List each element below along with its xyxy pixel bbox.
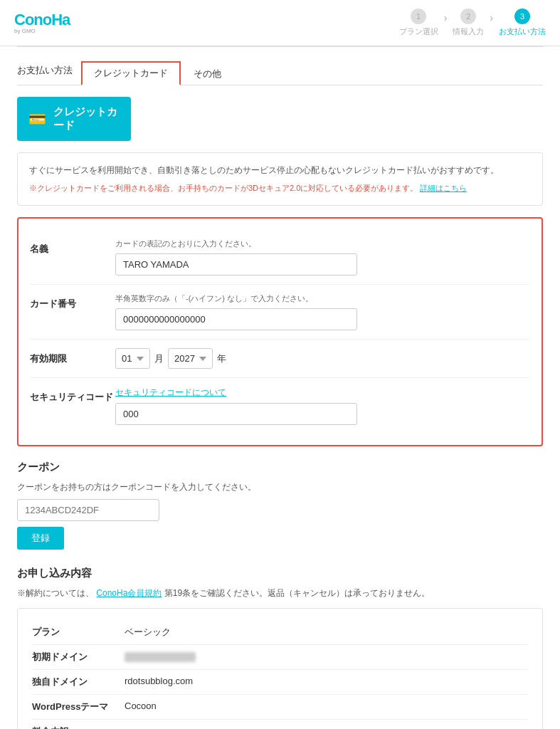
security-code-input[interactable]: [115, 403, 357, 425]
order-initial-domain-row: 初期ドメイン: [32, 645, 528, 670]
order-plan-key: プラン: [32, 626, 125, 639]
order-plan-val: ベーシック: [125, 626, 528, 639]
expiry-label: 有効期限: [30, 348, 115, 365]
coupon-hint: クーポンをお持ちの方はクーポンコードを入力してください。: [17, 481, 543, 493]
order-note: ※解約については、 ConoHa会員規約 第19条をご確認ください。返品（キャン…: [17, 587, 543, 599]
cc-header-label: クレジットカード: [53, 105, 120, 132]
security-code-link[interactable]: セキュリティコードについて: [115, 387, 530, 399]
order-wp-theme-key: WordPressテーマ: [32, 701, 125, 713]
name-field: カードの表記のとおりに入力ください。: [115, 238, 530, 276]
order-price-detail-val: サーバー料金 10,260 円（12ヶ月分） 料金タイプ WINGパック 利用期…: [125, 725, 528, 729]
order-wp-theme-val: Cocoon: [125, 701, 528, 711]
step-3-label: お支払い方法: [499, 26, 546, 37]
step-2-num: 2: [460, 9, 476, 24]
server-fee-label: サーバー料金: [125, 725, 210, 729]
conoha-terms-link[interactable]: ConoHa会員規約: [96, 588, 162, 598]
step-2-label: 情報入力: [453, 26, 484, 37]
cc-header: 💳 クレジットカード: [17, 97, 131, 141]
order-custom-domain-val: rdotsubblog.com: [125, 676, 528, 686]
card-number-field: 半角英数字のみ（「-(ハイフン) なし」で入力ください。: [115, 293, 530, 330]
step-arrow-1: ›: [444, 12, 448, 33]
order-wp-theme-row: WordPressテーマ Cocoon: [32, 695, 528, 720]
step-1-label: プラン選択: [399, 26, 438, 37]
expiry-month-sep: 月: [154, 352, 164, 365]
order-section: お申し込み内容 ※解約については、 ConoHa会員規約 第19条をご確認くださ…: [17, 567, 543, 729]
expiry-month-select[interactable]: 01020304 05060708 09101112: [115, 348, 150, 369]
payment-label: お支払い方法: [17, 64, 73, 83]
step-1-num: 1: [411, 9, 426, 24]
server-fee-val: 10,260 円（12ヶ月分）: [218, 725, 315, 729]
step-arrow-2: ›: [490, 12, 493, 33]
credit-card-form: 名義 カードの表記のとおりに入力ください。 カード番号 半角英数字のみ（「-(ハ…: [17, 217, 543, 446]
warning-text: ※クレジットカードをご利用される場合、お手持ちのカードが3Dセキュア2.0に対応…: [29, 182, 531, 195]
coupon-input[interactable]: [17, 499, 159, 521]
step-1: 1 プラン選択: [399, 9, 438, 37]
warning-link[interactable]: 詳細はこちら: [420, 184, 467, 192]
credit-card-icon: 💳: [28, 110, 46, 127]
main-content: お支払い方法 クレジットカード その他 💳 クレジットカード すぐにサービスを利…: [0, 47, 560, 729]
coupon-register-button[interactable]: 登録: [17, 527, 64, 550]
info-box: すぐにサービスを利用開始でき、自動引き落としのためサービス停止の心配もないクレジ…: [17, 152, 543, 206]
card-number-hint: 半角英数字のみ（「-(ハイフン) なし」で入力ください。: [115, 293, 530, 304]
card-number-label: カード番号: [30, 293, 115, 310]
order-box: プラン ベーシック 初期ドメイン 独自ドメイン rdotsubblog.com: [17, 608, 543, 729]
card-number-input[interactable]: [115, 308, 357, 330]
logo-gmo: by GMO: [14, 28, 70, 34]
header: ConoHa by GMO 1 プラン選択 › 2 情報入力 › 3 お支払い方…: [0, 0, 560, 46]
step-3-num: 3: [514, 9, 530, 24]
expiry-field: 01020304 05060708 09101112 月 20242025202…: [115, 348, 530, 369]
order-initial-domain-key: 初期ドメイン: [32, 651, 125, 664]
tab-other[interactable]: その他: [181, 62, 234, 85]
expiry-row: 有効期限 01020304 05060708 09101112 月 202420…: [30, 340, 530, 378]
payment-method-row: お支払い方法 クレジットカード その他: [17, 61, 543, 85]
tab-credit-card[interactable]: クレジットカード: [81, 61, 181, 85]
order-custom-domain-key: 独自ドメイン: [32, 676, 125, 688]
security-field: セキュリティコードについて: [115, 387, 530, 425]
security-row: セキュリティコード セキュリティコードについて: [30, 378, 530, 434]
order-plan-row: プラン ベーシック: [32, 620, 528, 645]
server-fee-row: サーバー料金 10,260 円（12ヶ月分）: [125, 725, 528, 729]
name-label: 名義: [30, 238, 115, 256]
expiry-year-select[interactable]: 2024202520262027 202820292030: [168, 348, 213, 369]
logo: ConoHa by GMO: [14, 12, 70, 34]
step-2: 2 情報入力: [453, 9, 484, 37]
name-input[interactable]: [115, 253, 357, 276]
steps: 1 プラン選択 › 2 情報入力 › 3 お支払い方法: [399, 9, 546, 37]
name-row: 名義 カードの表記のとおりに入力ください。: [30, 230, 530, 285]
logo-conoha: ConoHa: [14, 12, 70, 28]
expiry-year-sep: 年: [217, 352, 226, 365]
order-initial-domain-val: [125, 651, 528, 662]
info-text: すぐにサービスを利用開始でき、自動引き落としのためサービス停止の心配もないクレジ…: [29, 163, 531, 177]
order-title: お申し込み内容: [17, 567, 543, 580]
card-number-row: カード番号 半角英数字のみ（「-(ハイフン) なし」で入力ください。: [30, 285, 530, 340]
coupon-title: クーポン: [17, 461, 543, 474]
security-label: セキュリティコード: [30, 387, 115, 404]
initial-domain-blurred: [125, 652, 196, 662]
order-price-detail-row: 料金内訳 サーバー料金 10,260 円（12ヶ月分） 料金タイプ WINGパッ…: [32, 720, 528, 729]
name-hint: カードの表記のとおりに入力ください。: [115, 238, 530, 249]
order-price-detail-key: 料金内訳: [32, 725, 125, 729]
step-3: 3 お支払い方法: [499, 9, 546, 37]
order-custom-domain-row: 独自ドメイン rdotsubblog.com: [32, 670, 528, 695]
